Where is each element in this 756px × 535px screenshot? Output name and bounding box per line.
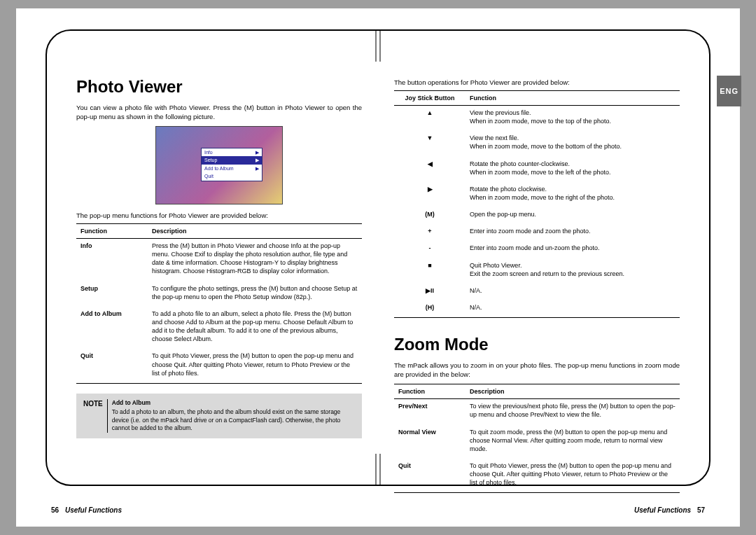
th-function: Function <box>465 90 680 105</box>
footer-title-left: Useful Functions <box>65 506 122 514</box>
spine-bottom <box>375 454 381 485</box>
note-label: NOTE <box>83 399 108 433</box>
table-row: ◀Rotate the photo counter-clockwise.When… <box>394 157 680 182</box>
content-frame: Photo Viewer You can view a photo file w… <box>46 29 710 486</box>
menu-item: Quit <box>202 172 262 180</box>
th-function: Function <box>76 223 148 238</box>
page-number-left: 56 <box>51 506 59 514</box>
section-title: Photo Viewer <box>76 76 362 98</box>
menu-item: Add to Album▶ <box>202 165 262 172</box>
note-box: NOTE Add to Album To add a photo to an a… <box>76 394 362 438</box>
zoom-title: Zoom Mode <box>394 333 680 356</box>
page: ENG Photo Viewer You can view a photo fi… <box>16 8 740 527</box>
right-column: The button operations for Photo Viewer a… <box>394 76 680 466</box>
footer-right: Useful Functions 57 <box>634 506 709 514</box>
table-row: -Enter into zoom mode and un-zoom the ph… <box>394 241 680 258</box>
table-lead: The pop-up menu functions for Photo View… <box>76 211 362 221</box>
popup-functions-table: Function Description InfoPress the (M) b… <box>76 223 362 384</box>
table-row: Add to AlbumTo add a photo file to an al… <box>76 307 362 349</box>
table-row: ■Quit Photo Viewer.Exit the zoom screen … <box>394 258 680 284</box>
table-row: Normal ViewTo quit zoom mode, press the … <box>394 425 680 459</box>
zoom-functions-table: Function Description Prev/NextTo view th… <box>394 384 680 493</box>
table-row: InfoPress the (M) button in Photo Viewer… <box>76 238 362 281</box>
table-row: QuitTo quit Photo Viewer, press the (M) … <box>76 349 362 383</box>
joystick-table: Joy Stick Button Function ▲View the prev… <box>394 90 680 318</box>
table-row: ▲View the previous file.When in zoom mod… <box>394 105 680 131</box>
zoom-intro: The mPack allows you to zoom in on your … <box>394 361 680 380</box>
figure-photo-viewer: Info▶ Setup▶ Add to Album▶ Quit <box>155 126 283 204</box>
table-row: SetupTo configure the photo settings, pr… <box>76 282 362 307</box>
joy-lead: The button operations for Photo Viewer a… <box>394 78 680 88</box>
footer-title-right: Useful Functions <box>634 506 691 514</box>
intro-text: You can view a photo file with Photo Vie… <box>76 104 362 122</box>
th-joystick: Joy Stick Button <box>394 90 465 105</box>
table-row: ▶IIN/A. <box>394 284 680 300</box>
footer-left: 56 Useful Functions <box>47 506 122 514</box>
th-description: Description <box>148 223 362 238</box>
menu-item-selected: Setup▶ <box>202 156 262 164</box>
footer: 56 Useful Functions Useful Functions 57 <box>47 506 709 514</box>
language-tab: ENG <box>717 76 741 106</box>
table-row: Prev/NextTo view the previous/next photo… <box>394 399 680 425</box>
table-row: (H)N/A. <box>394 300 680 318</box>
page-number-right: 57 <box>697 506 705 514</box>
table-row: ▼View the next file.When in zoom mode, m… <box>394 131 680 156</box>
note-body: Add to Album To add a photo to an album,… <box>112 399 355 433</box>
menu-item: Info▶ <box>202 148 262 156</box>
table-row: +Enter into zoom mode and zoom the photo… <box>394 224 680 241</box>
table-row: ▶Rotate the photo clockwise.When in zoom… <box>394 182 680 207</box>
th-description: Description <box>465 384 680 399</box>
figure-popup-menu: Info▶ Setup▶ Add to Album▶ Quit <box>201 148 262 181</box>
spine-top <box>375 31 381 62</box>
left-column: Photo Viewer You can view a photo file w… <box>76 76 362 466</box>
th-function: Function <box>394 384 465 399</box>
table-row: (M)Open the pop-up menu. <box>394 207 680 224</box>
table-row: QuitTo quit Photo Viewer, press the (M) … <box>394 459 680 493</box>
